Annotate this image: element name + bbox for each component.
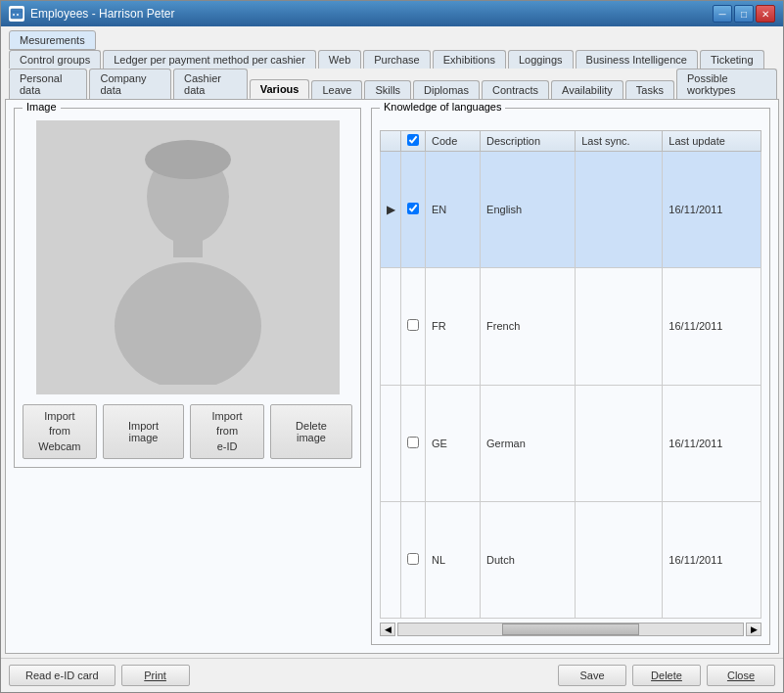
- col-header-last-update: Last update: [663, 131, 761, 152]
- tab-purchase[interactable]: Purchase: [363, 50, 430, 69]
- row-last-sync: [576, 385, 663, 501]
- row-indicator: [381, 501, 401, 618]
- bottom-bar: Read e-ID card Print Save Delete Close: [1, 658, 783, 692]
- languages-table: Code Description Last sync. Last update …: [380, 130, 761, 619]
- row-en-checkbox[interactable]: [407, 203, 419, 214]
- bottom-right-buttons: Save Delete Close: [558, 665, 775, 686]
- svg-rect-2: [13, 14, 15, 16]
- tab-ledger[interactable]: Ledger per payment method per cashier: [103, 50, 316, 69]
- image-buttons: Import from Webcam Import image Import f…: [23, 404, 352, 459]
- tab-tasks[interactable]: Tasks: [625, 80, 674, 99]
- image-container: [36, 120, 340, 394]
- row-last-sync: [576, 268, 663, 385]
- window-title: Employees - Harrison Peter: [30, 7, 174, 21]
- import-image-button[interactable]: Import image: [103, 404, 184, 459]
- tab-row-3: Personal data Company data Cashier data …: [5, 69, 779, 99]
- row-fr-checkbox[interactable]: [407, 319, 419, 331]
- tab-leave[interactable]: Leave: [311, 80, 362, 99]
- tab-possible-worktypes[interactable]: Possible worktypes: [676, 69, 777, 99]
- row-checkbox-cell[interactable]: [401, 152, 426, 268]
- tab-ticketing[interactable]: Ticketing: [700, 50, 764, 69]
- row-last-update: 16/11/2011: [663, 268, 761, 385]
- tab-business-intelligence[interactable]: Business Intelligence: [576, 50, 698, 69]
- title-bar: Employees - Harrison Peter ─ □ ✕: [1, 1, 783, 26]
- svg-rect-3: [17, 14, 19, 16]
- window-close-button[interactable]: ✕: [756, 5, 775, 23]
- table-row[interactable]: NL Dutch 16/11/2011: [381, 501, 761, 618]
- close-button[interactable]: Close: [707, 665, 775, 686]
- check-all-checkbox[interactable]: [407, 134, 419, 146]
- tab-cashier-data[interactable]: Cashier data: [173, 69, 248, 99]
- row-nl-checkbox[interactable]: [407, 553, 419, 565]
- row-last-update: 16/11/2011: [663, 385, 761, 501]
- tab-skills[interactable]: Skills: [364, 80, 411, 99]
- scroll-right-button[interactable]: ▶: [746, 623, 761, 636]
- languages-section-label: Knowledge of languages: [380, 101, 505, 113]
- row-last-update: 16/11/2011: [663, 501, 761, 618]
- row-last-sync: [576, 501, 663, 618]
- col-header-indicator: [381, 131, 401, 152]
- tab-row-1: Mesurements: [5, 30, 779, 50]
- col-header-code: Code: [426, 131, 481, 152]
- tab-exhibitions[interactable]: Exhibitions: [433, 50, 506, 69]
- window-icon: [9, 6, 24, 22]
- image-section-label: Image: [23, 101, 61, 113]
- scrollbar-track[interactable]: [397, 623, 744, 636]
- row-indicator: [381, 385, 401, 501]
- read-eid-button[interactable]: Read e-ID card: [9, 665, 115, 686]
- tab-loggings[interactable]: Loggings: [508, 50, 574, 69]
- tab-various[interactable]: Various: [250, 79, 310, 99]
- svg-rect-5: [173, 238, 203, 257]
- row-code: GE: [426, 385, 481, 501]
- minimize-button[interactable]: ─: [713, 5, 732, 23]
- scrollbar-thumb[interactable]: [502, 624, 640, 635]
- table-row[interactable]: ▶ EN English 16/11/2011: [381, 152, 761, 268]
- row-description: Dutch: [481, 501, 576, 618]
- tab-personal-data[interactable]: Personal data: [9, 69, 87, 99]
- tab-diplomas[interactable]: Diplomas: [413, 80, 480, 99]
- row-code: EN: [426, 152, 481, 268]
- tab-availability[interactable]: Availability: [551, 80, 623, 99]
- row-checkbox-cell[interactable]: [401, 501, 426, 618]
- scroll-left-button[interactable]: ◀: [380, 623, 395, 636]
- table-header-row: Code Description Last sync. Last update: [381, 131, 761, 152]
- table-row[interactable]: GE German 16/11/2011: [381, 385, 761, 501]
- content-area: Mesurements Control groups Ledger per pa…: [1, 26, 783, 658]
- col-header-last-sync: Last sync.: [576, 131, 663, 152]
- tab-web[interactable]: Web: [318, 50, 361, 69]
- row-description: French: [481, 268, 576, 385]
- maximize-button[interactable]: □: [734, 5, 754, 23]
- delete-button[interactable]: Delete: [632, 665, 701, 686]
- save-button[interactable]: Save: [558, 665, 626, 686]
- tab-contracts[interactable]: Contracts: [482, 80, 549, 99]
- bottom-left-buttons: Read e-ID card Print: [9, 665, 190, 686]
- row-description: German: [481, 385, 576, 501]
- row-description: English: [481, 152, 576, 268]
- delete-image-button[interactable]: Delete image: [270, 404, 352, 459]
- col-header-check[interactable]: [401, 131, 426, 152]
- table-row[interactable]: FR French 16/11/2011: [381, 268, 761, 385]
- row-indicator: [381, 268, 401, 385]
- languages-section: Knowledge of languages Code Description …: [371, 108, 770, 645]
- col-header-description: Description: [481, 131, 576, 152]
- row-checkbox-cell[interactable]: [401, 268, 426, 385]
- row-code: FR: [426, 268, 481, 385]
- main-window: Employees - Harrison Peter ─ □ ✕ Mesurem…: [0, 0, 784, 693]
- tab-measurements[interactable]: Mesurements: [9, 30, 96, 50]
- row-indicator: ▶: [381, 152, 401, 268]
- panel-content: Image: [14, 108, 770, 645]
- svg-point-7: [145, 140, 231, 179]
- person-silhouette: [80, 130, 296, 385]
- print-button[interactable]: Print: [121, 665, 190, 686]
- import-eid-button[interactable]: Import from e-ID: [190, 404, 264, 459]
- svg-point-6: [115, 262, 261, 385]
- tab-company-data[interactable]: Company data: [89, 69, 171, 99]
- row-code: NL: [426, 501, 481, 618]
- row-checkbox-cell[interactable]: [401, 385, 426, 501]
- tab-panel-various: Image: [5, 99, 779, 654]
- import-webcam-button[interactable]: Import from Webcam: [23, 404, 97, 459]
- row-last-update: 16/11/2011: [663, 152, 761, 268]
- tab-control-groups[interactable]: Control groups: [9, 50, 101, 69]
- row-ge-checkbox[interactable]: [407, 437, 419, 448]
- horizontal-scrollbar[interactable]: ◀ ▶: [380, 623, 761, 636]
